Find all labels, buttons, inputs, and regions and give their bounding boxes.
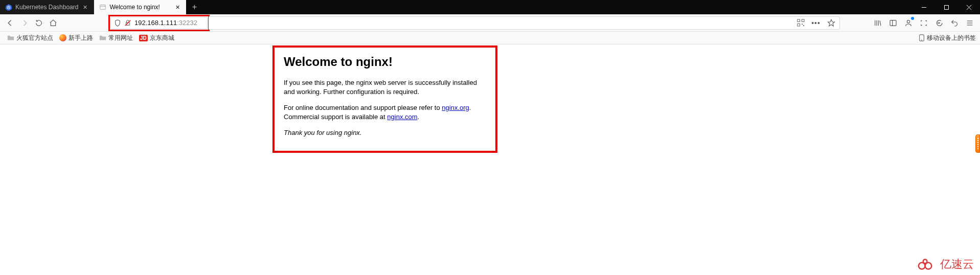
insecure-icon[interactable] xyxy=(124,19,131,27)
k8s-favicon xyxy=(5,4,12,11)
page-content: Welcome to nginx! If you see this page, … xyxy=(0,44,980,275)
app-menu-icon[interactable] xyxy=(963,16,977,30)
undo-icon[interactable] xyxy=(947,16,962,30)
qr-icon[interactable] xyxy=(796,19,805,27)
svg-point-35 xyxy=(923,260,927,264)
maximize-button[interactable] xyxy=(935,0,958,14)
link-nginx-com[interactable]: nginx.com xyxy=(387,113,417,121)
address-bar[interactable]: 192.168.1.111:32232 xyxy=(110,17,208,29)
chat-icon[interactable] xyxy=(932,16,946,30)
bookmark-getting-started[interactable]: 新手上路 xyxy=(56,32,96,43)
sync-account-icon[interactable] xyxy=(901,16,916,30)
bookmark-firefox-official[interactable]: 火狐官方站点 xyxy=(4,32,56,43)
close-window-button[interactable] xyxy=(958,0,980,14)
browser-tab-bar: Kubernetes Dashboard ✕ Welcome to nginx!… xyxy=(0,0,980,14)
svg-point-27 xyxy=(939,22,940,23)
reload-button[interactable] xyxy=(32,16,46,30)
page-actions-icon[interactable]: ••• xyxy=(812,19,820,27)
jd-icon: JD xyxy=(139,35,148,41)
url-highlight-box: 192.168.1.111:32232 xyxy=(108,15,210,31)
tab-kubernetes-dashboard[interactable]: Kubernetes Dashboard ✕ xyxy=(0,0,94,14)
bookmark-label: 火狐官方站点 xyxy=(16,34,53,42)
svg-point-32 xyxy=(921,40,922,41)
close-tab-icon[interactable]: ✕ xyxy=(81,4,88,11)
screenshot-icon[interactable] xyxy=(917,16,931,30)
svg-rect-16 xyxy=(802,24,803,25)
mobile-icon xyxy=(919,34,925,41)
bookmark-label: 新手上路 xyxy=(69,34,93,42)
address-bar-extras[interactable]: ••• xyxy=(209,16,840,30)
page-favicon xyxy=(99,4,106,11)
mobile-bookmarks-label: 移动设备上的书签 xyxy=(927,34,976,42)
url-text: 192.168.1.111:32232 xyxy=(134,19,197,27)
svg-rect-5 xyxy=(100,5,106,10)
link-nginx-org[interactable]: nginx.org xyxy=(442,104,469,111)
svg-point-25 xyxy=(907,20,909,22)
library-icon[interactable] xyxy=(871,16,885,30)
bookmarks-toolbar: 火狐官方站点 新手上路 常用网址 JD 京东商城 移动设备上的书签 xyxy=(0,32,980,44)
page-title: Welcome to nginx! xyxy=(284,55,486,69)
svg-rect-13 xyxy=(797,19,800,22)
tab-label: Welcome to nginx! xyxy=(109,4,171,11)
close-tab-icon[interactable]: ✕ xyxy=(174,4,181,11)
watermark-icon xyxy=(918,258,937,270)
nginx-welcome-box: Welcome to nginx! If you see this page, … xyxy=(272,45,497,153)
back-button[interactable] xyxy=(3,16,17,30)
window-controls xyxy=(913,0,980,14)
new-tab-button[interactable]: + xyxy=(186,0,202,14)
svg-point-26 xyxy=(938,22,938,23)
svg-rect-8 xyxy=(944,5,948,9)
sidebar-handle[interactable] xyxy=(975,134,980,153)
bookmark-common-sites[interactable]: 常用网址 xyxy=(96,32,136,43)
bookmark-label: 京东商城 xyxy=(150,34,174,42)
bookmark-jd[interactable]: JD 京东商城 xyxy=(136,32,177,43)
sidebar-icon[interactable] xyxy=(886,16,900,30)
svg-rect-17 xyxy=(803,25,804,26)
folder-icon xyxy=(99,34,106,41)
home-button[interactable] xyxy=(46,16,60,30)
svg-rect-15 xyxy=(797,24,800,26)
svg-marker-18 xyxy=(828,19,834,26)
mobile-bookmarks[interactable]: 移动设备上的书签 xyxy=(919,34,976,42)
svg-line-22 xyxy=(880,20,881,26)
tab-nginx-welcome[interactable]: Welcome to nginx! ✕ xyxy=(94,0,186,14)
svg-rect-14 xyxy=(802,19,804,22)
nginx-paragraph-installed: If you see this page, the nginx web serv… xyxy=(284,78,486,96)
minimize-button[interactable] xyxy=(913,0,935,14)
nav-toolbar: 192.168.1.111:32232 ••• xyxy=(0,14,980,32)
svg-rect-23 xyxy=(890,20,896,26)
nginx-paragraph-links: For online documentation and support ple… xyxy=(284,103,486,121)
bookmark-label: 常用网址 xyxy=(108,34,133,42)
shield-icon[interactable] xyxy=(114,19,121,27)
watermark: 亿速云 xyxy=(918,257,974,272)
forward-button[interactable] xyxy=(17,16,32,30)
bookmark-star-icon[interactable] xyxy=(827,19,835,27)
watermark-text: 亿速云 xyxy=(940,257,974,272)
firefox-icon xyxy=(59,34,66,41)
tab-label: Kubernetes Dashboard xyxy=(15,4,78,11)
folder-icon xyxy=(7,34,14,41)
nginx-thanks: Thank you for using nginx. xyxy=(284,128,486,138)
